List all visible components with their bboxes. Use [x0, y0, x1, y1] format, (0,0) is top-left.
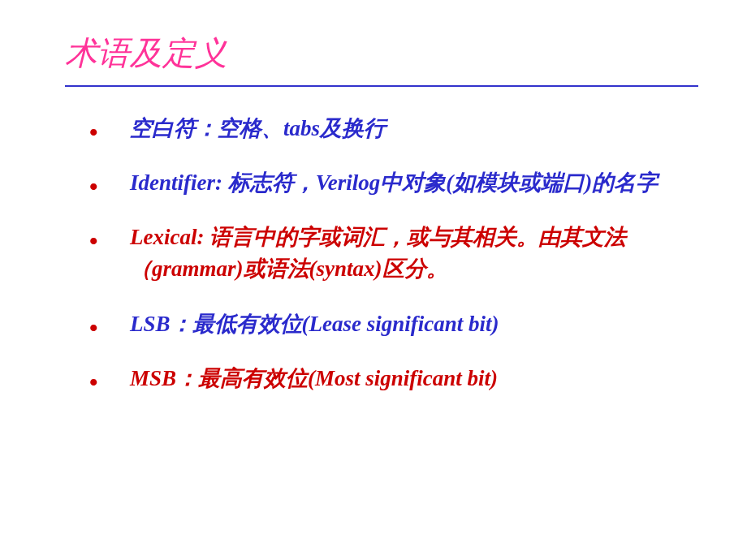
list-item: 空白符：空格、tabs及换行	[89, 113, 698, 144]
list-item: Identifier: 标志符，Verilog中对象(如模块或端口)的名字	[89, 167, 698, 199]
title-divider	[65, 85, 698, 87]
list-item: Lexical: 语言中的字或词汇，或与其相关。由其文法（grammar)或语法…	[89, 222, 698, 285]
list-item: MSB：最高有效位(Most significant bit)	[89, 363, 698, 394]
slide-title: 术语及定义	[65, 31, 698, 75]
slide-container: 术语及定义 空白符：空格、tabs及换行 Identifier: 标志符，Ver…	[0, 0, 747, 560]
definition-list: 空白符：空格、tabs及换行 Identifier: 标志符，Verilog中对…	[65, 113, 698, 394]
list-item: LSB：最低有效位(Lease significant bit)	[89, 308, 698, 340]
